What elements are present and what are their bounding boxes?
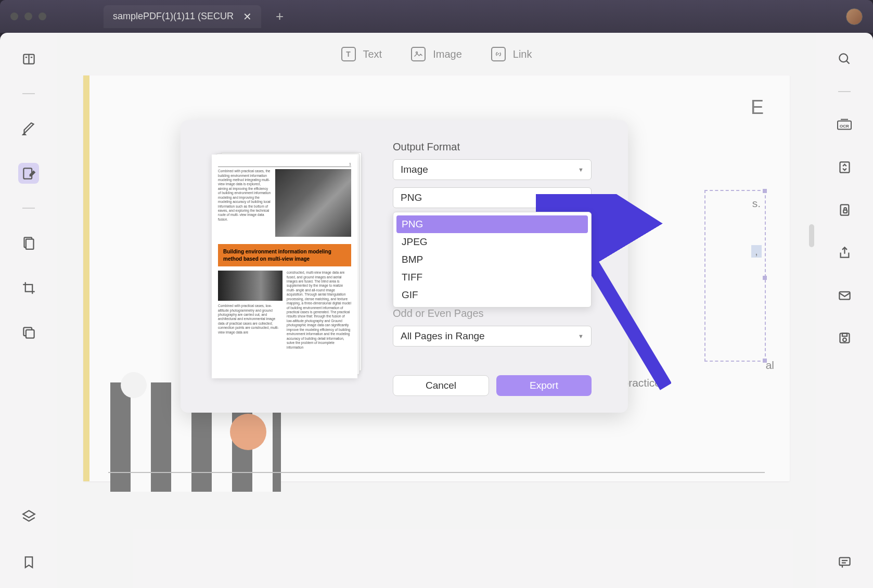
svg-line-15: [846, 60, 849, 63]
svg-marker-9: [23, 510, 35, 518]
svg-rect-23: [842, 333, 847, 336]
search-icon[interactable]: [834, 48, 855, 69]
image-format-select[interactable]: PNG ▼: [393, 187, 592, 208]
svg-text:OCR: OCR: [840, 123, 849, 128]
reader-mode-icon[interactable]: [18, 48, 39, 69]
dialog-preview-pane: 1 Combined with practical cases, the bui…: [181, 120, 389, 413]
mail-icon[interactable]: [834, 285, 855, 305]
pages-icon[interactable]: [18, 233, 39, 253]
new-tab-button[interactable]: +: [276, 8, 284, 24]
dropdown-option-jpeg[interactable]: JPEG: [396, 233, 588, 251]
dropdown-option-bmp[interactable]: BMP: [396, 251, 588, 269]
preview-inline-image: [218, 271, 283, 301]
right-sidebar: OCR: [816, 33, 873, 588]
export-button[interactable]: Export: [496, 375, 592, 396]
svg-point-14: [839, 54, 848, 62]
odd-even-label: Odd or Even Pages: [393, 308, 592, 319]
svg-point-24: [843, 338, 846, 341]
protect-icon[interactable]: [834, 199, 855, 220]
chevron-down-icon: ▼: [578, 167, 584, 173]
share-icon[interactable]: [834, 242, 855, 263]
user-avatar[interactable]: [846, 8, 863, 25]
sidebar-divider: [22, 93, 35, 94]
close-window-button[interactable]: [10, 12, 18, 20]
odd-even-select[interactable]: All Pages in Range ▼: [393, 326, 592, 347]
image-format-dropdown: PNG JPEG BMP TIFF GIF: [393, 212, 592, 308]
left-sidebar: [0, 33, 57, 588]
chevron-up-icon: ▼: [578, 195, 584, 201]
preview-hero-image: [275, 169, 351, 240]
dropdown-option-tiff[interactable]: TIFF: [396, 269, 588, 286]
content-area: T Text Image Link E: [57, 33, 816, 588]
output-format-select[interactable]: Image ▼: [393, 159, 592, 180]
preview-col-right: constructed, multi-view image data are f…: [287, 271, 351, 350]
maximize-window-button[interactable]: [38, 12, 46, 20]
convert-icon[interactable]: [834, 157, 855, 177]
highlighter-icon[interactable]: [18, 118, 39, 139]
cancel-button[interactable]: Cancel: [393, 375, 489, 396]
crop-icon[interactable]: [18, 277, 39, 298]
sidebar-divider: [22, 208, 35, 209]
save-icon[interactable]: [834, 327, 855, 348]
image-format-value: PNG: [401, 192, 422, 203]
svg-rect-8: [25, 329, 34, 338]
bookmark-icon[interactable]: [18, 552, 39, 572]
svg-rect-6: [25, 239, 33, 249]
close-tab-button[interactable]: ✕: [243, 10, 252, 23]
window-controls: [10, 12, 46, 20]
svg-rect-21: [839, 291, 850, 299]
preview-col-left: Combined with practical cases, low-altit…: [218, 271, 283, 350]
odd-even-value: All Pages in Range: [401, 330, 485, 342]
edit-text-icon[interactable]: [18, 163, 39, 184]
dropdown-option-png[interactable]: PNG: [396, 215, 588, 233]
tab-title: samplePDF(1)(1)11 (SECUR: [113, 11, 234, 22]
ocr-icon[interactable]: OCR: [834, 114, 855, 135]
preview-highlight-box: Building environment information modelin…: [218, 244, 351, 266]
preview-page-number: 1: [218, 162, 351, 167]
chevron-down-icon: ▼: [578, 333, 584, 339]
document-tab[interactable]: samplePDF(1)(1)11 (SECUR ✕: [104, 5, 261, 28]
svg-rect-25: [839, 557, 850, 565]
svg-rect-20: [843, 210, 847, 213]
comment-icon[interactable]: [834, 552, 855, 572]
dropdown-option-gif[interactable]: GIF: [396, 286, 588, 304]
sidebar-divider: [838, 91, 851, 92]
output-format-label: Output Format: [393, 141, 608, 153]
layers-icon[interactable]: [18, 506, 39, 527]
preview-intro-text: Combined with practical cases, the build…: [218, 169, 271, 240]
minimize-window-button[interactable]: [24, 12, 32, 20]
export-dialog: 1 Combined with practical cases, the bui…: [181, 120, 628, 413]
page-preview-stack: 1 Combined with practical cases, the bui…: [212, 155, 357, 378]
window-titlebar: samplePDF(1)(1)11 (SECUR ✕ +: [0, 0, 873, 33]
page-preview: 1 Combined with practical cases, the bui…: [212, 155, 357, 378]
batch-icon[interactable]: [18, 322, 39, 343]
output-format-value: Image: [401, 164, 428, 175]
